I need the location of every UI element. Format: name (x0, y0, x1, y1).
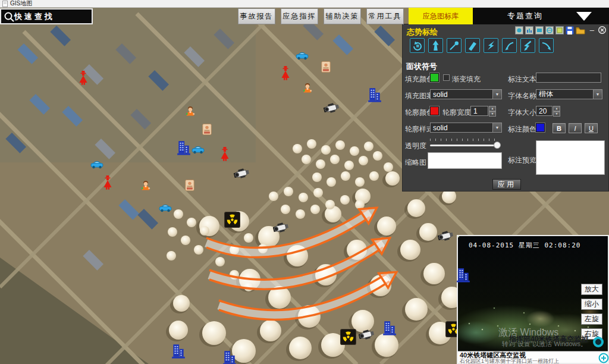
orange-person-marker[interactable] (302, 83, 313, 98)
car-marker[interactable] (90, 159, 103, 171)
building-marker[interactable] (177, 140, 191, 158)
chevron-down-icon[interactable] (575, 11, 593, 21)
add-camera-icon[interactable] (598, 353, 609, 363)
bold-button[interactable]: B (553, 123, 566, 133)
gradient-fill-checkbox[interactable] (443, 74, 450, 81)
globe-tool-icon[interactable] (545, 26, 554, 34)
search-label: 快速查找 (14, 11, 55, 22)
camera-marker[interactable] (358, 328, 376, 343)
car-marker[interactable] (192, 145, 205, 156)
font-size-spin-arrows[interactable]: ▲▼ (553, 106, 560, 116)
dropdown-arrow-icon[interactable]: ▼ (593, 90, 602, 99)
red-person-marker[interactable] (102, 175, 114, 192)
label-color-label: 标注颜色 (508, 124, 536, 134)
building-marker[interactable] (171, 343, 186, 361)
label-text-input[interactable] (536, 73, 601, 83)
save-icon[interactable] (566, 26, 574, 34)
panel-minimize-button[interactable]: – (590, 26, 594, 34)
thumbnail-label: 缩略图 (405, 158, 426, 168)
section-title: 面状符号 (406, 61, 437, 72)
font-size-label: 字体大小 (508, 108, 536, 118)
fill-color-label: 填充颜色 (405, 74, 434, 84)
menu-decision-support[interactable]: 辅助决策 (324, 8, 361, 24)
orange-person-marker[interactable] (184, 106, 196, 121)
outline-width-spin-arrows[interactable]: ▲▼ (489, 106, 496, 116)
histogram-tool-icon[interactable] (525, 26, 533, 34)
casualty-marker[interactable] (202, 123, 212, 138)
underline-button[interactable]: U (585, 123, 598, 133)
building-marker[interactable] (222, 350, 237, 364)
menu-common-tools[interactable]: 常用工具 (366, 8, 404, 24)
video-caption-subtitle: 石化园区1号罐东侧十字路口第一根路灯上 (460, 359, 606, 364)
dropdown-arrow-icon[interactable]: ▼ (492, 123, 501, 132)
red-person-marker[interactable] (77, 71, 89, 87)
camera-target-icon[interactable] (592, 336, 604, 348)
italic-button[interactable]: I (569, 123, 582, 133)
fill-color-swatch[interactable] (430, 73, 439, 82)
building-marker[interactable] (456, 267, 470, 285)
building-marker[interactable] (368, 87, 382, 105)
panel-title: 态势标绘 (407, 27, 438, 37)
dropdown-arrow-icon[interactable]: ▼ (492, 90, 501, 99)
open-folder-icon[interactable] (576, 26, 585, 34)
tool-thick-line[interactable] (465, 38, 480, 53)
thumbnail-box[interactable] (428, 152, 502, 169)
zoom-out-button[interactable]: 缩小 (581, 299, 602, 310)
window-titlebar: GIS地图 (0, 0, 609, 8)
gis-app: GIS地图 快速查找 事故报告 应急指挥 辅助决策 常用工具 应急图标库 专题查… (0, 0, 609, 364)
outline-style-dropdown[interactable]: solid▼ (430, 123, 502, 133)
outline-width-spinner[interactable]: 1 (470, 106, 488, 116)
radiation-marker[interactable] (224, 212, 240, 230)
building-marker[interactable] (382, 320, 397, 338)
tool-rotate-shape[interactable] (410, 38, 425, 53)
camera-marker[interactable] (437, 230, 455, 244)
camera-label-overlay: 指挥部40米铁塔高空监控 (509, 334, 588, 344)
font-name-dropdown[interactable]: 楷体▼ (536, 89, 602, 99)
red-person-marker[interactable] (219, 147, 231, 164)
fill-pattern-dropdown[interactable]: solid▼ (430, 89, 502, 99)
tool-zigzag-arrow[interactable] (484, 38, 498, 53)
situation-plotting-panel: 态势标绘 – 面状符号 填充颜色 渐变填 (402, 24, 609, 192)
camera-marker[interactable] (323, 102, 341, 117)
outline-width-label: 轮廓宽度 (442, 108, 471, 118)
font-name-label: 字体名称 (508, 91, 536, 101)
outline-color-label: 轮廓颜色 (405, 108, 434, 118)
video-timestamp: 04-08-2015 星期三 02:08:20 (469, 241, 580, 250)
preview-label: 标注预览 (508, 155, 536, 165)
search-icon (4, 11, 15, 23)
rotate-left-button[interactable]: 左旋 (581, 313, 602, 325)
tool-arrow-up[interactable] (428, 38, 443, 53)
opacity-slider-track[interactable] (430, 145, 499, 146)
menu-topic-query[interactable]: 专题查询 (507, 11, 543, 21)
menu-emergency-command[interactable]: 应急指挥 (281, 8, 318, 24)
apply-button[interactable]: 应用 (492, 179, 521, 190)
zoom-in-button[interactable]: 放大 (581, 284, 602, 295)
outline-color-swatch[interactable] (430, 106, 439, 115)
panel-close-icon[interactable] (598, 26, 606, 34)
tool-curve-arrow[interactable] (502, 38, 517, 53)
camera-marker[interactable] (233, 167, 251, 182)
radiation-marker[interactable] (340, 329, 356, 347)
tool-pushpin[interactable] (447, 38, 462, 53)
plot-tool-row (410, 38, 554, 53)
car-marker[interactable] (159, 203, 172, 215)
red-person-marker[interactable] (280, 66, 291, 83)
label-color-swatch[interactable] (536, 123, 545, 132)
layers-tool-icon[interactable] (535, 26, 544, 34)
menu-incident-report[interactable]: 事故报告 (238, 8, 275, 24)
panel-window-controls: – (590, 26, 606, 34)
image-tool-icon[interactable] (515, 26, 523, 34)
query-bar: 专题查询 (473, 8, 609, 24)
font-size-spinner[interactable]: 20 (536, 106, 553, 116)
tool-zigzag-arrow-alt[interactable] (520, 38, 535, 53)
tool-curve-arrow-alt[interactable] (539, 38, 554, 53)
notes-tool-icon[interactable] (555, 26, 564, 34)
camera-marker[interactable] (272, 221, 290, 236)
opacity-slider-thumb[interactable] (494, 142, 501, 149)
orange-person-marker[interactable] (140, 180, 152, 196)
casualty-marker[interactable] (184, 179, 195, 194)
menu-icon-library[interactable]: 应急图标库 (409, 8, 473, 24)
casualty-marker[interactable] (321, 61, 331, 76)
car-marker[interactable] (296, 51, 309, 62)
quick-search[interactable]: 快速查找 (0, 8, 93, 24)
